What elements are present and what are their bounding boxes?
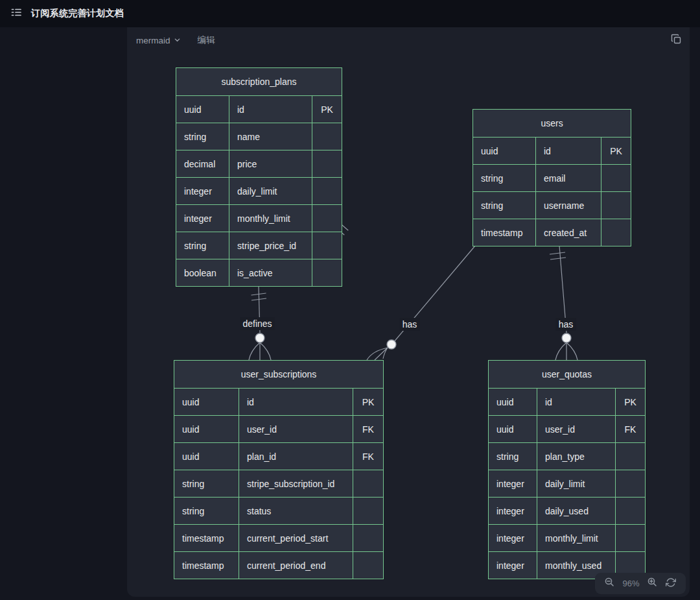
attr-name: email <box>536 165 601 192</box>
attr-type: decimal <box>176 150 229 178</box>
attr-type: timestamp <box>174 525 239 552</box>
page-title: 订阅系统完善计划文档 <box>31 8 124 19</box>
list-icon <box>10 6 22 21</box>
attr-type: timestamp <box>174 552 239 579</box>
code-block-panel: mermaid 编辑 subscription_plansuuididPKstr… <box>127 27 690 597</box>
attr-name: price <box>229 150 312 178</box>
attr-name: user_id <box>239 416 353 443</box>
attr-key <box>601 165 631 192</box>
attr-key <box>616 525 646 552</box>
zoom-out-icon <box>604 577 615 590</box>
attr-type: uuid <box>489 416 537 443</box>
attr-key <box>353 470 384 498</box>
attr-type: uuid <box>176 96 229 123</box>
attr-type: integer <box>489 525 537 552</box>
entity-attribute-row: integermonthly_limit <box>176 205 342 232</box>
entity-attribute-row: integerdaily_limit <box>489 470 646 498</box>
entity-attribute-row: uuididPK <box>489 389 646 416</box>
attr-key <box>312 178 342 205</box>
cardinality-zero-circle <box>387 340 396 349</box>
entity-title: user_subscriptions <box>174 361 384 389</box>
entity-attribute-row: uuidplan_idFK <box>174 443 384 470</box>
reset-zoom-button[interactable] <box>665 578 677 590</box>
entity-subscription_plans: subscription_plansuuididPKstringnamedeci… <box>176 67 342 287</box>
attr-key: PK <box>601 138 631 165</box>
attr-name: id <box>239 389 353 416</box>
attr-name: daily_limit <box>229 178 312 205</box>
attr-name: monthly_limit <box>537 525 616 552</box>
attr-type: uuid <box>174 389 239 416</box>
er-diagram-canvas: subscription_plansuuididPKstringnamedeci… <box>127 27 690 597</box>
entity-attribute-row: uuiduser_idFK <box>489 416 646 443</box>
entity-title: users <box>473 110 631 138</box>
attr-type: boolean <box>176 259 229 287</box>
attr-type: uuid <box>174 416 239 443</box>
attr-key <box>353 552 384 579</box>
relationship-crow-foot <box>249 342 271 360</box>
attr-type: timestamp <box>473 219 536 246</box>
attr-name: user_id <box>537 416 616 443</box>
attr-type: string <box>489 443 537 470</box>
entity-attribute-row: stringstripe_price_id <box>176 232 342 259</box>
entity-attribute-row: stringname <box>176 123 342 150</box>
attr-key <box>312 232 342 259</box>
zoom-level-value: 96% <box>622 579 639 588</box>
zoom-in-button[interactable] <box>646 578 658 590</box>
refresh-icon <box>666 577 676 590</box>
attr-name: daily_used <box>537 498 616 525</box>
attr-key <box>312 123 342 150</box>
relationship-label: has <box>556 318 576 331</box>
zoom-out-button[interactable] <box>603 578 615 590</box>
relationship-label: defines <box>240 317 274 330</box>
attr-type: integer <box>489 498 537 525</box>
attr-name: current_period_start <box>239 525 353 552</box>
cardinality-zero-circle <box>255 333 264 342</box>
attr-key: PK <box>353 389 384 416</box>
attr-name: plan_type <box>537 443 616 470</box>
entity-attribute-row: stringstatus <box>174 498 384 525</box>
attr-key: PK <box>616 389 646 416</box>
attr-type: integer <box>489 470 537 498</box>
attr-key <box>616 498 646 525</box>
attr-name: id <box>229 96 312 123</box>
entity-attribute-row: stringplan_type <box>489 443 646 470</box>
attr-type: string <box>473 165 536 192</box>
entity-title: subscription_plans <box>176 68 342 96</box>
attr-name: daily_limit <box>537 470 616 498</box>
attr-type: string <box>174 470 239 498</box>
attr-name: plan_id <box>239 443 353 470</box>
entity-attribute-row: stringemail <box>473 165 631 192</box>
entity-attribute-row: timestampcurrent_period_start <box>174 525 384 552</box>
entity-user_subscriptions: user_subscriptionsuuididPKuuiduser_idFKu… <box>174 360 384 579</box>
entity-attribute-row: integerdaily_used <box>489 498 646 525</box>
attr-key <box>353 525 384 552</box>
relationship-crow-foot <box>555 342 578 360</box>
attr-name: id <box>537 389 616 416</box>
attr-key <box>601 192 631 219</box>
attr-key <box>616 470 646 498</box>
entity-attribute-row: uuididPK <box>176 96 342 123</box>
document-outline-button[interactable] <box>9 6 23 21</box>
attr-name: stripe_subscription_id <box>239 470 353 498</box>
attr-name: username <box>536 192 601 219</box>
attr-name: name <box>229 123 312 150</box>
entity-attribute-row: uuididPK <box>473 138 631 165</box>
attr-type: integer <box>176 205 229 232</box>
attr-type: string <box>473 192 536 219</box>
attr-key <box>312 205 342 232</box>
attr-type: string <box>176 123 229 150</box>
attr-name: created_at <box>536 219 601 246</box>
attr-name: current_period_end <box>239 552 353 579</box>
attr-key <box>353 498 384 525</box>
topbar: 订阅系统完善计划文档 <box>0 0 700 27</box>
entity-attribute-row: booleanis_active <box>176 259 342 287</box>
attr-key: FK <box>353 416 384 443</box>
relationship-crow-foot <box>367 348 388 360</box>
relationship-cardinality-one-ticks <box>550 252 566 259</box>
attr-key <box>616 443 646 470</box>
entity-title: user_quotas <box>489 361 646 389</box>
entity-attribute-row: uuiduser_idFK <box>174 416 384 443</box>
attr-type: string <box>174 498 239 525</box>
attr-type: uuid <box>489 389 537 416</box>
attr-type: integer <box>176 178 229 205</box>
